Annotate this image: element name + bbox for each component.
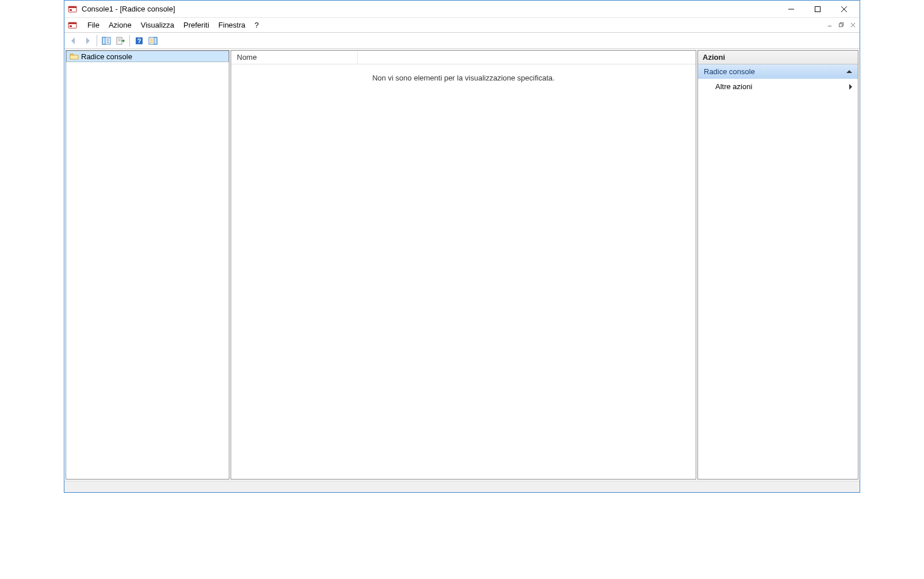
- svg-rect-9: [70, 25, 72, 27]
- mdi-close-button[interactable]: [848, 20, 858, 30]
- menu-finestra[interactable]: Finestra: [214, 19, 250, 31]
- svg-rect-8: [68, 22, 76, 24]
- action-more-actions[interactable]: Altre azioni: [698, 79, 858, 94]
- action-item-label: Altre azioni: [715, 82, 752, 91]
- mdi-restore-button[interactable]: [836, 20, 846, 30]
- svg-text:?: ?: [137, 37, 141, 44]
- menu-bar: File Azione Visualizza Preferiti Finestr…: [64, 18, 860, 33]
- toolbar-separator: [129, 35, 130, 47]
- export-list-button[interactable]: [113, 34, 127, 47]
- minimize-button[interactable]: [778, 1, 804, 18]
- folder-icon: [70, 52, 79, 61]
- actions-group-label: Radice console: [704, 67, 755, 76]
- menu-visualizza[interactable]: Visualizza: [136, 19, 179, 31]
- column-header-name[interactable]: Nome: [231, 51, 358, 64]
- tree-panel[interactable]: Radice console: [66, 50, 229, 480]
- forward-button[interactable]: [80, 34, 94, 47]
- empty-message: Non vi sono elementi per la visualizzazi…: [372, 74, 554, 82]
- menu-file[interactable]: File: [83, 19, 104, 31]
- title-bar: Console1 - [Radice console]: [64, 1, 860, 18]
- svg-rect-16: [102, 37, 105, 44]
- help-button[interactable]: ?: [132, 34, 146, 47]
- tree-item-label: Radice console: [81, 52, 132, 61]
- toolbar-separator: [97, 35, 97, 47]
- svg-rect-2: [70, 9, 72, 11]
- center-panel: Nome Non vi sono elementi per la visuali…: [231, 50, 696, 480]
- window-title: Console1 - [Radice console]: [82, 5, 175, 13]
- mdi-minimize-button[interactable]: [825, 20, 835, 30]
- menu-preferiti[interactable]: Preferiti: [179, 19, 214, 31]
- svg-rect-12: [839, 24, 842, 26]
- show-hide-tree-button[interactable]: [99, 34, 113, 47]
- list-body[interactable]: Non vi sono elementi per la visualizzazi…: [231, 64, 696, 479]
- maximize-button[interactable]: [804, 1, 831, 18]
- status-bar: [64, 481, 860, 492]
- actions-panel: Azioni Radice console Altre azioni: [697, 50, 858, 480]
- show-hide-action-pane-button[interactable]: [146, 34, 160, 47]
- menu-help[interactable]: ?: [250, 19, 263, 31]
- toolbar: ?: [64, 33, 860, 49]
- workspace: Radice console Nome Non vi sono elementi…: [64, 49, 860, 481]
- back-button[interactable]: [67, 34, 80, 47]
- mmc-doc-icon: [68, 21, 77, 30]
- column-header-empty[interactable]: [358, 51, 696, 64]
- actions-header: Azioni: [698, 51, 858, 64]
- menu-azione[interactable]: Azione: [104, 19, 136, 31]
- collapse-caret-icon: [846, 70, 852, 73]
- close-button[interactable]: [831, 1, 857, 18]
- actions-group-title[interactable]: Radice console: [698, 64, 858, 79]
- svg-rect-4: [815, 6, 821, 11]
- svg-rect-1: [68, 6, 76, 8]
- mmc-app-icon: [68, 5, 77, 14]
- submenu-arrow-icon: [849, 84, 852, 90]
- list-header: Nome: [231, 51, 696, 64]
- svg-rect-26: [154, 37, 157, 44]
- tree-item-root[interactable]: Radice console: [66, 51, 229, 62]
